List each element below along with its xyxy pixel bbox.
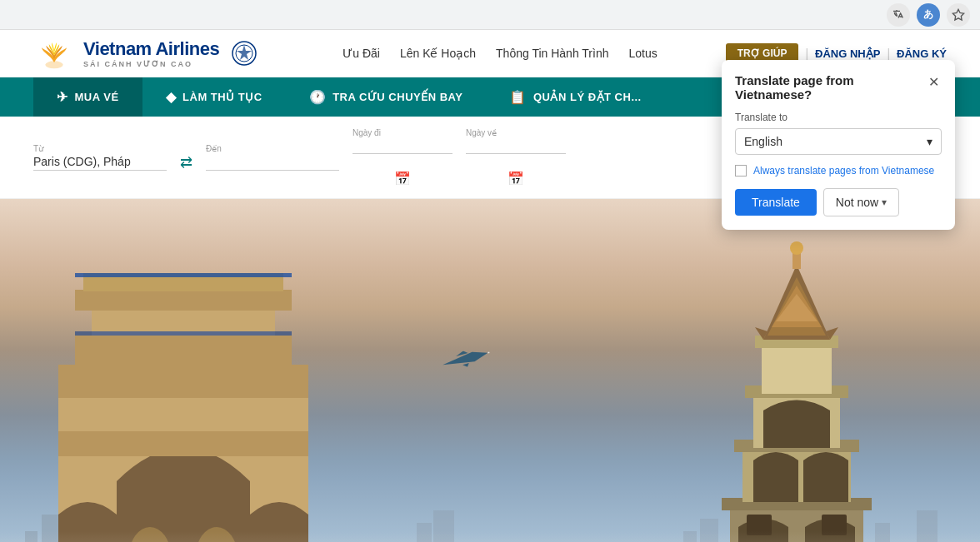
translate-button[interactable]: Translate: [735, 189, 817, 216]
arc-de-triomphe-illustration: [8, 265, 358, 542]
logo-sub-text: SÁI CÁNH VƯƠN CAO: [83, 60, 219, 68]
logo-area: Vietnam Airlines SÁI CÁNH VƯƠN CAO: [33, 37, 258, 70]
from-input[interactable]: [33, 155, 167, 171]
tab-lam-thu-tuc-label: LÀM THỦ TỤC: [182, 91, 262, 103]
svg-rect-20: [58, 431, 308, 456]
always-translate-text: Always translate pages from Vietnamese: [753, 165, 934, 177]
to-input[interactable]: [206, 155, 339, 171]
always-translate-checkbox[interactable]: [735, 165, 747, 177]
tab-lam-thu-tuc[interactable]: ◆ LÀM THỦ TỤC: [142, 77, 286, 117]
emblem-icon: [231, 40, 258, 67]
logo-text-area: Vietnam Airlines SÁI CÁNH VƯƠN CAO: [83, 38, 219, 68]
translate-buttons: Translate Not now ▾: [735, 188, 942, 216]
logo-main-text: Vietnam Airlines: [83, 38, 219, 60]
website: Vietnam Airlines SÁI CÁNH VƯƠN CAO Ưu Đã…: [0, 30, 980, 542]
svg-rect-23: [75, 331, 292, 365]
translate-browser-icon[interactable]: [887, 3, 910, 27]
browser-chrome: あ: [0, 0, 980, 30]
plane-icon: ✈: [57, 89, 68, 105]
tab-mua-ve-label: MUA VÉ: [75, 91, 119, 103]
svg-rect-30: [75, 273, 292, 277]
hero-area: [0, 199, 980, 542]
depart-date-field: Ngày đi 📅: [352, 128, 452, 186]
translate-popup: Translate page from Vietnamese? ✕ Transl…: [722, 60, 955, 230]
tab-tra-cuu[interactable]: 🕐 TRA CỨU CHUYẾN BAY: [286, 77, 487, 117]
nav-link-thong-tin[interactable]: Thông Tin Hành Trình: [496, 47, 608, 60]
dang-ky-button[interactable]: ĐĂNG KÝ: [897, 47, 947, 60]
svg-rect-31: [75, 331, 292, 336]
return-label: Ngày về: [466, 128, 566, 137]
tab-quan-ly-label: QUẢN LÝ ĐẶT CH...: [533, 91, 642, 103]
svg-rect-19: [58, 365, 308, 398]
tab-tra-cuu-label: TRA CỨU CHUYẾN BAY: [332, 91, 462, 103]
star-browser-icon[interactable]: [947, 3, 970, 27]
tab-mua-ve[interactable]: ✈ MUA VÉ: [33, 77, 142, 117]
always-translate-prefix: Always translate pages from: [753, 165, 879, 177]
clock-icon: 🕐: [309, 89, 327, 105]
language-select[interactable]: English ▾: [735, 128, 942, 155]
translate-popup-title: Translate page from Vietnamese?: [735, 73, 925, 102]
svg-rect-24: [92, 306, 275, 336]
translate-popup-header: Translate page from Vietnamese? ✕: [735, 73, 942, 102]
calendar-icon[interactable]: 📅: [394, 171, 411, 186]
svg-point-49: [790, 241, 803, 255]
header-nav: Ưu Đãi Lên Kế Hoạch Thông Tin Hành Trình…: [274, 47, 726, 60]
selected-language: English: [744, 135, 782, 148]
swap-icon[interactable]: ⇄: [180, 153, 192, 172]
nav-link-len-ke-hoach[interactable]: Lên Kế Hoạch: [400, 47, 476, 60]
profile-browser-icon[interactable]: あ: [917, 3, 940, 27]
svg-marker-0: [952, 9, 963, 20]
translate-to-label: Translate to: [735, 112, 942, 123]
to-field: Đến: [206, 144, 339, 171]
chevron-down-icon: ▾: [927, 135, 932, 148]
svg-rect-25: [75, 290, 292, 311]
always-translate-language: Vietnamese: [882, 165, 934, 177]
dang-nhap-button[interactable]: ĐĂNG NHẬP: [815, 47, 880, 60]
hero-background: [0, 199, 980, 542]
return-input[interactable]: [466, 138, 566, 154]
not-now-button[interactable]: Not now ▾: [823, 188, 899, 216]
return-date-field: Ngày về 📅: [466, 128, 566, 186]
checkin-icon: ◆: [166, 89, 177, 105]
nav-link-uu-dai[interactable]: Ưu Đãi: [342, 47, 380, 60]
from-field: Từ: [33, 144, 167, 171]
close-button[interactable]: ✕: [925, 73, 942, 90]
not-now-arrow-icon: ▾: [882, 196, 887, 208]
depart-input[interactable]: [352, 138, 452, 154]
calendar-return-icon[interactable]: 📅: [508, 171, 524, 186]
tab-quan-ly[interactable]: 📋 QUẢN LÝ ĐẶT CH...: [486, 77, 664, 117]
always-translate-row: Always translate pages from Vietnamese: [735, 165, 942, 177]
from-label: Từ: [33, 144, 167, 153]
to-label: Đến: [206, 144, 339, 153]
not-now-label: Not now: [836, 196, 878, 209]
svg-rect-42: [762, 344, 832, 394]
hanoi-turtle-tower-illustration: [663, 215, 930, 542]
clipboard-icon: 📋: [509, 89, 527, 105]
nav-link-lotus[interactable]: Lotus: [628, 47, 657, 60]
depart-label: Ngày đi: [352, 128, 452, 137]
lotus-logo-icon: [33, 37, 75, 70]
